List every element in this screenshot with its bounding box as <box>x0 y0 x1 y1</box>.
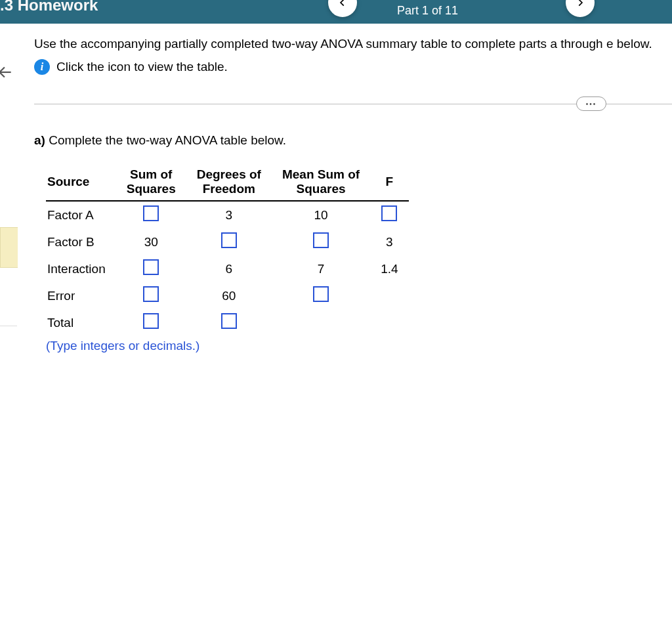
part-indicator: Part 1 of 11 <box>397 4 458 18</box>
cell-interaction-f: 1.4 <box>370 255 408 282</box>
input-factorA-ss[interactable] <box>143 205 159 221</box>
cell-source: Factor B <box>46 228 116 255</box>
cell-factorB-ss: 30 <box>116 228 186 255</box>
input-error-ss[interactable] <box>143 286 159 302</box>
input-factorA-f[interactable] <box>381 205 397 221</box>
cell-error-df: 60 <box>186 282 272 309</box>
input-interaction-ss[interactable] <box>143 259 159 275</box>
cell-interaction-ms: 7 <box>272 255 370 282</box>
chevron-left-icon <box>338 0 347 7</box>
row-factor-a: Factor A 3 10 <box>46 201 409 228</box>
cell-source: Error <box>46 282 116 309</box>
rail-divider <box>0 326 17 326</box>
input-total-ss[interactable] <box>143 313 159 329</box>
col-ss: Sum of Squares <box>116 166 186 201</box>
cell-factorA-ms: 10 <box>272 201 370 228</box>
anova-table: Source Sum of Squares Degrees of Freedom… <box>46 166 409 336</box>
question-content: Use the accompanying partially completed… <box>17 24 672 353</box>
assignment-title: .3 Homework <box>0 0 98 14</box>
back-button[interactable] <box>0 63 14 81</box>
input-factorB-ms[interactable] <box>313 232 329 248</box>
col-source: Source <box>46 166 116 201</box>
chevron-right-icon <box>576 0 585 7</box>
cell-source: Total <box>46 309 116 336</box>
cell-source: Interaction <box>46 255 116 282</box>
part-a-prompt: a) Complete the two-way ANOVA table belo… <box>34 133 672 148</box>
col-df: Degrees of Freedom <box>186 166 272 201</box>
col-ms: Mean Sum of Squares <box>272 166 370 201</box>
input-factorB-df[interactable] <box>221 232 237 248</box>
next-part-button[interactable] <box>566 0 595 17</box>
question-intro: Use the accompanying partially completed… <box>34 37 672 51</box>
input-error-ms[interactable] <box>313 286 329 302</box>
left-rail <box>0 24 17 353</box>
col-f: F <box>370 166 408 201</box>
row-error: Error 60 <box>46 282 409 309</box>
row-interaction: Interaction 6 7 1.4 <box>46 255 409 282</box>
app-header: .3 Homework Part 1 of 11 <box>0 0 672 24</box>
more-options-button[interactable]: ••• <box>576 96 606 111</box>
info-icon[interactable]: i <box>34 59 50 75</box>
view-table-link[interactable]: Click the icon to view the table. <box>56 60 228 74</box>
cell-factorA-df: 3 <box>186 201 272 228</box>
row-factor-b: Factor B 30 3 <box>46 228 409 255</box>
side-tab[interactable] <box>0 227 18 268</box>
cell-factorB-f: 3 <box>370 228 408 255</box>
input-total-df[interactable] <box>221 313 237 329</box>
row-total: Total <box>46 309 409 336</box>
arrow-left-icon <box>0 64 14 81</box>
cell-interaction-df: 6 <box>186 255 272 282</box>
prev-part-button[interactable] <box>328 0 357 17</box>
cell-source: Factor A <box>46 201 116 228</box>
answer-format-hint: (Type integers or decimals.) <box>46 339 672 353</box>
